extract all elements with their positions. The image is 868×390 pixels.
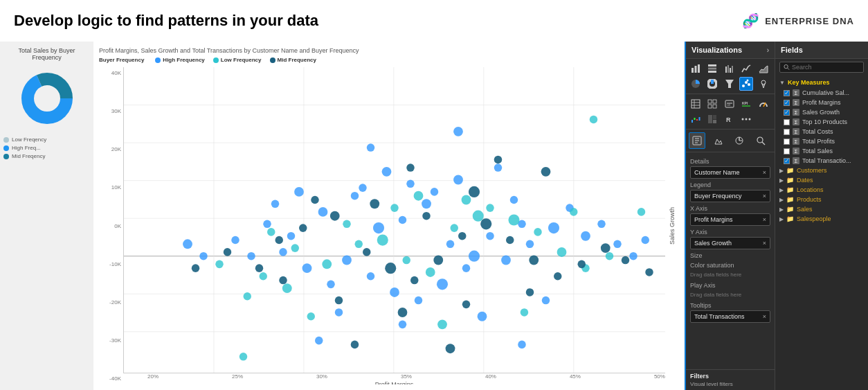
- svg-point-39: [359, 184, 367, 192]
- svg-point-69: [355, 240, 363, 249]
- viz-icon-donut[interactable]: [705, 77, 719, 91]
- svg-rect-130: [695, 66, 697, 73]
- chart-legend: Buyer Frequency High Frequency Low Frequ…: [99, 57, 679, 63]
- viz-icon-map[interactable]: [757, 77, 770, 91]
- svg-point-102: [433, 256, 443, 265]
- fields-item-total-profits[interactable]: Σ Total Profits: [775, 136, 868, 146]
- viz-icon-gauge[interactable]: [757, 97, 770, 111]
- checkbox-top10[interactable]: [784, 119, 790, 125]
- svg-point-16: [263, 220, 271, 229]
- viz-icon-bar[interactable]: [689, 62, 703, 76]
- fields-group-dates[interactable]: ▶ 📁 Dates: [775, 175, 868, 185]
- details-field-remove[interactable]: ×: [763, 169, 766, 176]
- svg-point-73: [451, 224, 459, 232]
- fields-group-sales[interactable]: ▶ 📁 Sales: [775, 204, 868, 214]
- svg-point-40: [382, 167, 392, 177]
- y-axis-field-remove[interactable]: ×: [763, 240, 766, 247]
- viz-icon-treemap[interactable]: [705, 112, 719, 126]
- svg-point-143: [742, 85, 745, 87]
- viz-icon-matrix[interactable]: [705, 97, 719, 111]
- viz-icon-stacked-bar[interactable]: [705, 62, 719, 76]
- checkbox-cumulative-sal[interactable]: ✓: [784, 90, 790, 96]
- fields-item-total-sales[interactable]: Σ Total Sales: [775, 146, 868, 156]
- viz-icon-kpi[interactable]: KPI: [739, 97, 753, 111]
- arrow-dates: ▶: [779, 177, 784, 184]
- viz-icon-r[interactable]: R: [723, 112, 736, 126]
- svg-point-41: [406, 179, 415, 188]
- fields-group-products[interactable]: ▶ 📁 Products: [775, 195, 868, 204]
- arrow-products: ▶: [779, 197, 784, 203]
- viz-tool-fields[interactable]: [689, 132, 705, 149]
- color-saturation-label: Color saturation: [690, 262, 770, 269]
- viz-icon-scatter[interactable]: [739, 77, 753, 91]
- svg-point-59: [183, 239, 192, 249]
- scatter-plot: [123, 67, 665, 373]
- svg-point-75: [260, 272, 268, 281]
- field-icon-total-costs: Σ: [793, 128, 799, 135]
- x-axis-field[interactable]: Profit Margins ×: [690, 213, 770, 226]
- arrow-locations: ▶: [779, 187, 784, 193]
- svg-point-99: [363, 248, 371, 256]
- fields-item-total-costs[interactable]: Σ Total Costs: [775, 127, 868, 136]
- viz-icon-table[interactable]: [689, 97, 703, 111]
- svg-point-22: [422, 199, 431, 209]
- x-axis-label: X Axis: [690, 205, 770, 212]
- viz-icon-card[interactable]: 123: [723, 97, 736, 111]
- svg-point-52: [399, 321, 407, 329]
- fields-search-input[interactable]: [792, 64, 860, 71]
- details-field[interactable]: Customer Name ×: [690, 166, 770, 179]
- fields-group-locations[interactable]: ▶ 📁 Locations: [775, 185, 868, 195]
- viz-icon-ellipsis[interactable]: [739, 112, 753, 126]
- checkbox-total-transactions[interactable]: ✓: [784, 158, 790, 164]
- viz-icon-line[interactable]: [739, 62, 753, 76]
- fields-search-box[interactable]: [779, 62, 864, 73]
- svg-point-45: [247, 252, 255, 260]
- viz-icon-clustered-bar[interactable]: [723, 62, 736, 76]
- svg-point-170: [742, 118, 744, 121]
- tooltips-field[interactable]: Total Transactions ×: [690, 310, 770, 323]
- viz-tool-search[interactable]: [752, 132, 769, 149]
- fields-group-salespeople[interactable]: ▶ 📁 Salespeople: [775, 214, 868, 224]
- viz-icon-pie[interactable]: [689, 77, 703, 91]
- field-icon-total-transactions: Σ: [793, 157, 799, 164]
- y-axis-field[interactable]: Sales Growth ×: [690, 237, 770, 249]
- x-axis-title: Profit Margins: [123, 381, 665, 384]
- viz-tool-format[interactable]: [710, 132, 727, 149]
- svg-point-71: [403, 256, 411, 265]
- fields-item-sales-growth[interactable]: ✓ Σ Sales Growth: [775, 107, 868, 117]
- svg-point-63: [518, 341, 526, 349]
- svg-rect-167: [713, 115, 716, 119]
- chart-title: Profit Margins, Sales Growth and Total T…: [99, 47, 679, 54]
- checkbox-total-costs[interactable]: [784, 129, 790, 135]
- legend-field[interactable]: Buyer Frequency ×: [690, 190, 770, 202]
- x-axis-field-remove[interactable]: ×: [763, 216, 766, 223]
- svg-point-107: [554, 272, 562, 281]
- fields-item-profit-margins[interactable]: ✓ Σ Profit Margins: [775, 98, 868, 107]
- viz-icon-waterfall[interactable]: [689, 112, 703, 126]
- fields-item-total-transactions[interactable]: ✓ Σ Total Transactio...: [775, 156, 868, 166]
- legend-dot-high-freq: [155, 57, 161, 63]
- checkbox-total-profits[interactable]: [784, 139, 790, 145]
- dna-icon: 🧬: [742, 12, 759, 29]
- checkbox-sales-growth[interactable]: ✓: [784, 109, 790, 116]
- viz-icon-area[interactable]: [757, 62, 770, 76]
- svg-point-124: [446, 344, 455, 353]
- tooltips-field-remove[interactable]: ×: [763, 313, 766, 320]
- svg-point-62: [315, 337, 323, 345]
- chart-body: 40K 30K 20K 10K 0K -10K -20K -30K -40K: [99, 67, 679, 384]
- field-icon-profit: Σ: [793, 99, 799, 106]
- fields-group-key-measures[interactable]: ▼ Key Measures: [775, 77, 868, 88]
- fields-group-customers[interactable]: ▶ 📁 Customers: [775, 166, 868, 175]
- fields-item-cumulative-sal[interactable]: ✓ Σ Cumulative Sal...: [775, 88, 868, 98]
- y-axis-title: Sales Growth: [669, 207, 676, 245]
- checkbox-total-sales[interactable]: [784, 148, 790, 154]
- svg-point-98: [330, 211, 340, 221]
- legend-field-remove[interactable]: ×: [763, 193, 766, 200]
- details-label: Details: [690, 158, 770, 165]
- viz-icon-funnel[interactable]: [723, 77, 736, 91]
- checkbox-profit-margins[interactable]: ✓: [784, 100, 790, 106]
- viz-tool-analytics[interactable]: [731, 132, 748, 149]
- svg-point-95: [638, 208, 646, 216]
- fields-item-top10[interactable]: Σ Top 10 Products: [775, 117, 868, 127]
- viz-expand-arrow[interactable]: ›: [767, 46, 769, 54]
